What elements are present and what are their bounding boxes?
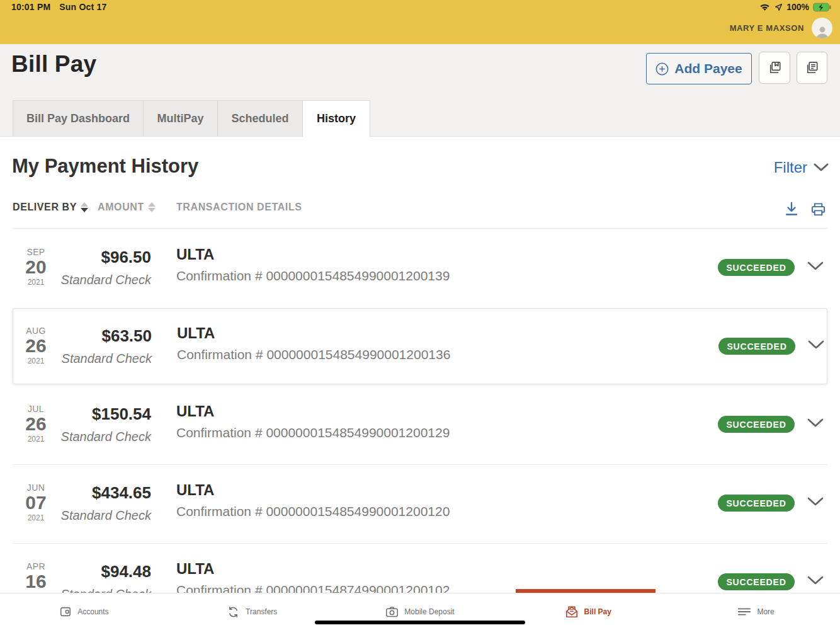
section-title: My Payment History [12,155,198,178]
column-amount-label: AMOUNT [98,202,144,213]
sort-icon-amount [148,202,156,212]
amount: $434.65 [50,483,151,503]
column-transaction-details: TRANSACTION DETAILS [176,202,302,213]
payment-row-selected[interactable]: AUG 26 2021 $63.50 Standard Check ULTA C… [13,308,827,384]
nav-more[interactable]: More [672,593,840,630]
active-tab-indicator [516,589,656,593]
tab-bar: Bill Pay Dashboard MultiPay Scheduled Hi… [13,100,370,136]
nav-transfers[interactable]: Transfers [168,593,336,630]
add-payee-button[interactable]: Add Payee [646,53,752,84]
status-badge: SUCCEEDED [718,338,795,355]
chevron-down-icon[interactable] [807,261,824,271]
payee-name: ULTA [176,560,450,578]
payment-row[interactable]: JUL 26 2021 $150.54 Standard Check ULTA … [13,386,827,464]
payee-name: ULTA [176,246,450,263]
filter-button[interactable]: Filter [774,159,829,176]
column-header-row: DELIVER BY AMOUNT TRANSACTION DETAILS [0,202,840,220]
nav-mobile-deposit[interactable]: Mobile Deposit [336,593,504,630]
nav-more-label: More [757,607,774,616]
download-icon[interactable] [785,202,798,217]
nav-accounts-label: Accounts [77,607,108,616]
amount-block: $63.50 Standard Check [51,326,152,366]
page-header: Bill Pay Add Payee Bill Pay Dashboard Mu… [0,44,840,137]
tab-scheduled[interactable]: Scheduled [217,100,303,136]
tab-history[interactable]: History [302,100,370,137]
saved-payees-button[interactable] [759,52,790,84]
tab-multipay[interactable]: MultiPay [143,100,218,136]
chevron-down-icon[interactable] [808,340,824,350]
status-time: 10:01 PM [11,2,50,12]
bill-envelope-icon [565,605,579,619]
bookmark-pages-icon [766,59,783,76]
payment-row[interactable]: SEP 20 2021 $96.50 Standard Check ULTA C… [13,229,827,307]
payee-name: ULTA [176,481,450,499]
transaction-details: ULTA Confirmation # 00000001548749900012… [176,560,450,598]
page-title: Bill Pay [11,51,96,77]
documents-button[interactable] [797,52,827,84]
more-lines-icon [737,607,751,617]
payment-method: Standard Check [50,508,151,523]
status-time-date: 10:01 PMSun Oct 17 [11,2,115,12]
column-deliver-by[interactable]: DELIVER BY [13,202,88,213]
battery-percent: 100% [786,2,809,12]
chevron-down-icon[interactable] [807,576,824,585]
avatar[interactable] [812,18,832,38]
amount-block: $96.50 Standard Check [50,248,151,287]
confirmation-number: Confirmation # 0000000154854990001200136 [177,347,450,362]
status-badge: SUCCEEDED [718,495,795,512]
payment-row[interactable]: JUN 07 2021 $434.65 Standard Check ULTA … [13,464,827,543]
status-badge: SUCCEEDED [718,416,795,433]
amount: $150.54 [50,404,151,424]
camera-icon [385,606,399,618]
print-icon[interactable] [810,202,826,217]
amount: $96.50 [50,248,151,267]
deliver-date: JUL 26 2021 [18,404,54,444]
bottom-nav: Accounts Transfers Mobile Deposit [0,593,840,630]
wifi-icon [759,3,771,12]
add-payee-label: Add Payee [674,61,742,76]
column-amount[interactable]: AMOUNT [98,202,156,213]
nav-bill-pay-label: Bill Pay [584,607,611,616]
nav-bill-pay[interactable]: Bill Pay [504,593,672,630]
nav-mobile-deposit-label: Mobile Deposit [404,607,454,616]
status-date: Sun Oct 17 [59,2,106,12]
deliver-date: SEP 20 2021 [18,247,54,287]
chevron-down-icon[interactable] [807,497,824,507]
confirmation-number: Confirmation # 0000000154854990001200129 [176,425,450,440]
wallet-icon [59,605,72,618]
payment-method: Standard Check [50,273,151,287]
confirmation-number: Confirmation # 0000000154854990001200139 [176,268,450,284]
status-badge: SUCCEEDED [718,573,795,590]
payee-name: ULTA [177,324,450,342]
confirmation-number: Confirmation # 0000000154854990001200120 [176,504,450,519]
status-badge: SUCCEEDED [718,259,795,276]
tab-bill-pay-dashboard[interactable]: Bill Pay Dashboard [13,100,144,136]
battery-charging-icon [813,3,831,12]
amount: $94.48 [50,562,151,581]
transaction-details: ULTA Confirmation # 00000001548549900012… [176,481,450,519]
chevron-down-icon [814,163,829,172]
transaction-details: ULTA Confirmation # 00000001548549900012… [176,246,450,284]
transfer-arrows-icon [227,605,240,619]
payment-method: Standard Check [51,352,152,366]
history-panel: My Payment History Filter DELIVER BY AMO… [0,137,840,630]
transaction-details: ULTA Confirmation # 00000001548549900012… [176,403,450,440]
deliver-date: AUG 26 2021 [18,326,54,365]
amount: $63.50 [51,326,152,346]
transaction-details: ULTA Confirmation # 00000001548549900012… [177,324,450,362]
location-icon [775,3,783,11]
chevron-down-icon[interactable] [807,418,824,428]
deliver-date: JUN 07 2021 [18,483,54,522]
sort-icon-deliver-by [81,202,88,212]
user-name: MARY E MAXSON [730,23,804,33]
nav-transfers-label: Transfers [246,607,277,616]
status-bar: 10:01 PMSun Oct 17 100% MARY E MAXSON [0,0,840,44]
home-indicator[interactable] [315,621,525,624]
payment-method: Standard Check [50,430,151,444]
payee-name: ULTA [176,403,450,420]
column-deliver-by-label: DELIVER BY [13,202,77,213]
plus-circle-icon [656,62,669,76]
nav-accounts[interactable]: Accounts [0,593,168,630]
amount-block: $150.54 Standard Check [50,404,151,444]
stacked-documents-icon [803,59,820,76]
